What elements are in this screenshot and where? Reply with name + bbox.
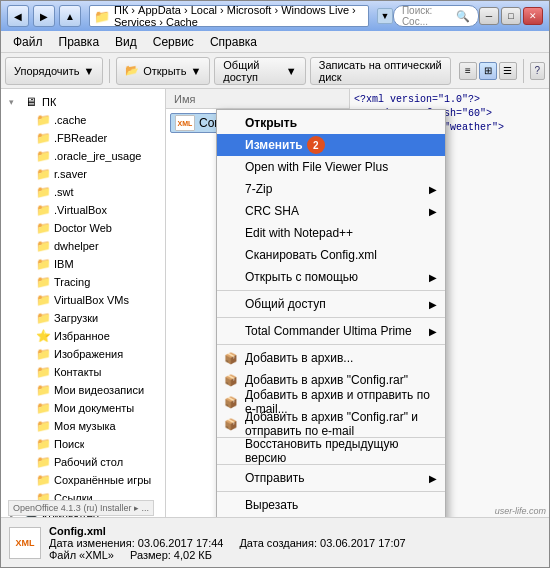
menu-help[interactable]: Справка [202, 33, 265, 51]
menu-file[interactable]: Файл [5, 33, 51, 51]
ctx-crcsha[interactable]: CRC SHA ▶ [217, 200, 445, 222]
bottom-info-row-2: Файл «XML» Размер: 4,02 КБ [49, 549, 541, 561]
sidebar-item-fbreader[interactable]: 📁 .FBReader [1, 129, 165, 147]
ctx-cut[interactable]: Вырезать [217, 494, 445, 516]
bottom-xml-icon: XML [16, 538, 35, 548]
menu-view[interactable]: Вид [107, 33, 145, 51]
sidebar-item-music[interactable]: 📁 Моя музыка [1, 417, 165, 435]
ctx-7zip[interactable]: 7-Zip ▶ [217, 178, 445, 200]
ctx-scan[interactable]: Сканировать Config.xml [217, 244, 445, 266]
sidebar-item-downloads[interactable]: 📁 Загрузки [1, 309, 165, 327]
ctx-crcsha-label: CRC SHA [245, 204, 299, 218]
sidebar-item-tracing[interactable]: 📁 Tracing [1, 273, 165, 291]
sidebar-item-favorites[interactable]: ⭐ Избранное [1, 327, 165, 345]
sidebar-item-desktop[interactable]: 📁 Рабочий стол [1, 453, 165, 471]
ctx-totalcmd[interactable]: Total Commander Ultima Prime ▶ [217, 320, 445, 342]
minimize-button[interactable]: ─ [479, 7, 499, 25]
share-arrow-icon: ▼ [286, 65, 297, 77]
maximize-button[interactable]: □ [501, 7, 521, 25]
open-button[interactable]: 📂 Открыть ▼ [116, 57, 210, 85]
sidebar-item-vboxvms[interactable]: 📁 VirtualBox VMs [1, 291, 165, 309]
archive-icon: 📦 [223, 416, 239, 432]
bottom-info-row-1: Дата изменения: 03.06.2017 17:44 Дата со… [49, 537, 541, 549]
ctx-notepadpp[interactable]: Edit with Notepad++ [217, 222, 445, 244]
back-button[interactable]: ◀ [7, 5, 29, 27]
ctx-filevplus-label: Open with File Viewer Plus [245, 160, 388, 174]
favorites-icon: ⭐ [35, 329, 51, 343]
sidebar-item-pc[interactable]: ▾ 🖥 ПК [1, 93, 165, 111]
sidebar-label: Сохранённые игры [54, 474, 151, 486]
title-bar-left: ◀ ▶ ▲ 📁 ПК › AppData › Local › Microsoft… [7, 5, 393, 27]
folder-icon: 📁 [35, 167, 51, 181]
ctx-share[interactable]: Общий доступ ▶ [217, 293, 445, 315]
sidebar-label: Мои документы [54, 402, 134, 414]
sidebar-item-documents[interactable]: 📁 Мои документы [1, 399, 165, 417]
toolbar-divider-1 [109, 59, 110, 83]
organize-arrow-icon: ▼ [83, 65, 94, 77]
badge-2: 2 [307, 136, 325, 154]
sidebar-item-search[interactable]: 📁 Поиск [1, 435, 165, 453]
title-bar: ◀ ▶ ▲ 📁 ПК › AppData › Local › Microsoft… [1, 1, 549, 31]
sidebar-item-virtualbox[interactable]: 📁 .VirtualBox [1, 201, 165, 219]
watermark: user-life.com [495, 506, 546, 516]
ctx-addrarmail[interactable]: 📦 Добавить в архив "Config.rar" и отправ… [217, 413, 445, 435]
sidebar-item-videos[interactable]: 📁 Мои видеозаписи [1, 381, 165, 399]
folder-icon: 📁 [35, 131, 51, 145]
ctx-restore[interactable]: Восстановить предыдущую версию [217, 440, 445, 462]
ctx-addarchive[interactable]: 📦 Добавить в архив... [217, 347, 445, 369]
ctx-send[interactable]: Отправить ▶ [217, 467, 445, 489]
sidebar-item-cache[interactable]: 📁 .cache [1, 111, 165, 129]
sidebar-label: Моя музыка [54, 420, 116, 432]
ctx-separator-1 [217, 290, 445, 291]
sidebar-item-rsaver[interactable]: 📁 r.saver [1, 165, 165, 183]
date-created-section: Дата создания: 03.06.2017 17:07 [239, 537, 405, 549]
ctx-copy[interactable]: Копировать [217, 516, 445, 517]
ctx-crcsha-arrow-icon: ▶ [429, 206, 437, 217]
search-bar[interactable]: Поиск: Сос... 🔍 [393, 5, 479, 27]
menu-edit[interactable]: Правка [51, 33, 108, 51]
open-icon: 📂 [125, 64, 139, 77]
ctx-filevplus[interactable]: Open with File Viewer Plus [217, 156, 445, 178]
ctx-open[interactable]: Открыть [217, 112, 445, 134]
help-button[interactable]: ? [530, 62, 545, 80]
ctx-7zip-arrow-icon: ▶ [429, 184, 437, 195]
folder-icon: 📁 [35, 455, 51, 469]
menu-bar: Файл Правка Вид Сервис Справка [1, 31, 549, 53]
sidebar-item-doctorweb[interactable]: 📁 Doctor Web [1, 219, 165, 237]
sidebar: ▾ 🖥 ПК 📁 .cache 📁 .FBReader 📁 .oracle_jr… [1, 89, 166, 517]
sidebar-item-swt[interactable]: 📁 .swt [1, 183, 165, 201]
ctx-openwith-arrow-icon: ▶ [429, 272, 437, 283]
sidebar-item-dwhelper[interactable]: 📁 dwhelper [1, 237, 165, 255]
address-bar[interactable]: 📁 ПК › AppData › Local › Microsoft › Win… [89, 5, 369, 27]
close-button[interactable]: ✕ [523, 7, 543, 25]
forward-button[interactable]: ▶ [33, 5, 55, 27]
sidebar-item-savedgames[interactable]: 📁 Сохранённые игры [1, 471, 165, 489]
ctx-edit[interactable]: Изменить 2 [217, 134, 445, 156]
file-area-inner: Имя XML Config.xml 1 Открыть [166, 89, 549, 517]
sidebar-item-contacts[interactable]: 📁 Контакты [1, 363, 165, 381]
view-grid-button[interactable]: ⊞ [479, 62, 497, 80]
folder-icon: 📁 [35, 203, 51, 217]
ctx-share-arrow-icon: ▶ [429, 299, 437, 310]
sidebar-item-ibm[interactable]: 📁 IBM [1, 255, 165, 273]
view-details-button[interactable]: ☰ [499, 62, 517, 80]
address-dropdown[interactable]: ▼ [377, 8, 393, 24]
folder-icon: 📁 [35, 365, 51, 379]
folder-icon: 📁 [35, 275, 51, 289]
record-button[interactable]: Записать на оптический диск [310, 57, 451, 85]
folder-icon: 📁 [35, 473, 51, 487]
menu-service[interactable]: Сервис [145, 33, 202, 51]
ctx-restore-label: Восстановить предыдущую версию [245, 437, 437, 465]
sidebar-label: Рабочий стол [54, 456, 123, 468]
open-label: Открыть [143, 65, 186, 77]
share-button[interactable]: Общий доступ ▼ [214, 57, 305, 85]
sidebar-item-images[interactable]: 📁 Изображения [1, 345, 165, 363]
organize-button[interactable]: Упорядочить ▼ [5, 57, 103, 85]
toolbar-divider-2 [523, 59, 524, 83]
archive-icon: 📦 [223, 372, 239, 388]
up-button[interactable]: ▲ [59, 5, 81, 27]
ctx-openwith[interactable]: Открыть с помощью ▶ [217, 266, 445, 288]
view-list-button[interactable]: ≡ [459, 62, 477, 80]
folder-icon: 📁 [35, 149, 51, 163]
sidebar-item-oracle[interactable]: 📁 .oracle_jre_usage [1, 147, 165, 165]
